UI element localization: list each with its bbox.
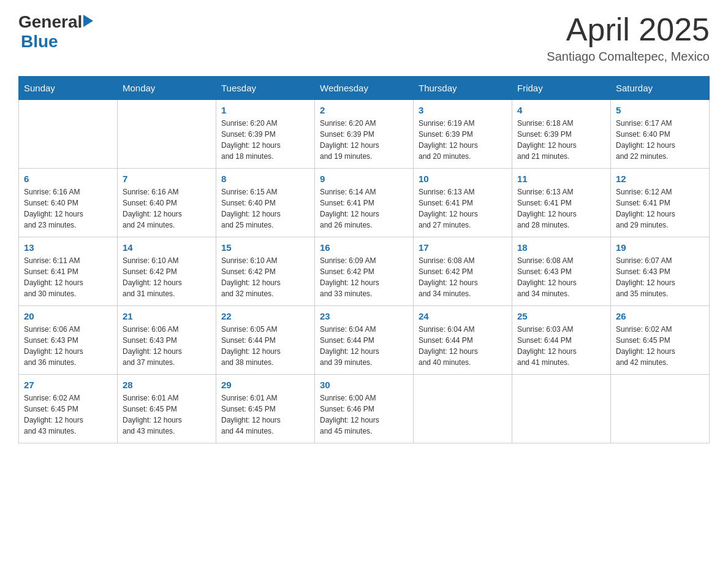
calendar-week-1: 1Sunrise: 6:20 AM Sunset: 6:39 PM Daylig… (19, 100, 710, 169)
calendar-cell: 20Sunrise: 6:06 AM Sunset: 6:43 PM Dayli… (19, 306, 118, 375)
calendar-header-tuesday: Tuesday (216, 77, 315, 100)
calendar-cell (611, 375, 710, 443)
day-number: 14 (123, 242, 211, 253)
day-number: 10 (419, 174, 507, 184)
day-info: Sunrise: 6:02 AM Sunset: 6:45 PM Dayligh… (24, 393, 112, 437)
calendar-cell: 16Sunrise: 6:09 AM Sunset: 6:42 PM Dayli… (315, 237, 414, 306)
day-info: Sunrise: 6:19 AM Sunset: 6:39 PM Dayligh… (419, 118, 507, 162)
calendar-header-thursday: Thursday (414, 77, 512, 100)
day-info: Sunrise: 6:06 AM Sunset: 6:43 PM Dayligh… (24, 324, 112, 368)
calendar-cell: 10Sunrise: 6:13 AM Sunset: 6:41 PM Dayli… (414, 169, 512, 237)
day-info: Sunrise: 6:00 AM Sunset: 6:46 PM Dayligh… (320, 393, 408, 437)
calendar-table: SundayMondayTuesdayWednesdayThursdayFrid… (18, 76, 710, 443)
day-number: 19 (616, 242, 704, 253)
calendar-header-friday: Friday (512, 77, 611, 100)
day-number: 20 (24, 311, 112, 321)
calendar-cell: 1Sunrise: 6:20 AM Sunset: 6:39 PM Daylig… (216, 100, 315, 169)
day-number: 28 (123, 380, 211, 390)
day-number: 5 (616, 105, 704, 115)
day-info: Sunrise: 6:20 AM Sunset: 6:39 PM Dayligh… (320, 118, 408, 162)
day-info: Sunrise: 6:20 AM Sunset: 6:39 PM Dayligh… (221, 118, 309, 162)
day-info: Sunrise: 6:09 AM Sunset: 6:42 PM Dayligh… (320, 255, 408, 299)
calendar-cell: 29Sunrise: 6:01 AM Sunset: 6:45 PM Dayli… (216, 375, 315, 443)
logo-triangle-icon (83, 15, 93, 27)
month-year-title: April 2025 (547, 12, 710, 47)
calendar-cell: 21Sunrise: 6:06 AM Sunset: 6:43 PM Dayli… (118, 306, 216, 375)
calendar-header-sunday: Sunday (19, 77, 118, 100)
day-info: Sunrise: 6:10 AM Sunset: 6:42 PM Dayligh… (123, 255, 211, 299)
day-number: 7 (123, 174, 211, 184)
day-number: 21 (123, 311, 211, 321)
calendar-cell: 8Sunrise: 6:15 AM Sunset: 6:40 PM Daylig… (216, 169, 315, 237)
calendar-cell: 26Sunrise: 6:02 AM Sunset: 6:45 PM Dayli… (611, 306, 710, 375)
day-info: Sunrise: 6:18 AM Sunset: 6:39 PM Dayligh… (517, 118, 605, 162)
day-number: 26 (616, 311, 704, 321)
day-info: Sunrise: 6:08 AM Sunset: 6:43 PM Dayligh… (517, 255, 605, 299)
day-number: 17 (419, 242, 507, 253)
day-number: 3 (419, 105, 507, 115)
calendar-cell: 28Sunrise: 6:01 AM Sunset: 6:45 PM Dayli… (118, 375, 216, 443)
day-number: 27 (24, 380, 112, 390)
day-info: Sunrise: 6:11 AM Sunset: 6:41 PM Dayligh… (24, 255, 112, 299)
day-info: Sunrise: 6:03 AM Sunset: 6:44 PM Dayligh… (517, 324, 605, 368)
day-number: 15 (221, 242, 309, 253)
calendar-header-row: SundayMondayTuesdayWednesdayThursdayFrid… (19, 77, 710, 100)
calendar-cell: 18Sunrise: 6:08 AM Sunset: 6:43 PM Dayli… (512, 237, 611, 306)
day-number: 11 (517, 174, 605, 184)
day-number: 25 (517, 311, 605, 321)
day-info: Sunrise: 6:04 AM Sunset: 6:44 PM Dayligh… (320, 324, 408, 368)
day-number: 22 (221, 311, 309, 321)
calendar-cell: 15Sunrise: 6:10 AM Sunset: 6:42 PM Dayli… (216, 237, 315, 306)
day-number: 9 (320, 174, 408, 184)
day-number: 30 (320, 380, 408, 390)
calendar-week-4: 20Sunrise: 6:06 AM Sunset: 6:43 PM Dayli… (19, 306, 710, 375)
calendar-cell: 4Sunrise: 6:18 AM Sunset: 6:39 PM Daylig… (512, 100, 611, 169)
calendar-week-3: 13Sunrise: 6:11 AM Sunset: 6:41 PM Dayli… (19, 237, 710, 306)
calendar-cell: 23Sunrise: 6:04 AM Sunset: 6:44 PM Dayli… (315, 306, 414, 375)
day-number: 12 (616, 174, 704, 184)
calendar-cell: 12Sunrise: 6:12 AM Sunset: 6:41 PM Dayli… (611, 169, 710, 237)
day-number: 13 (24, 242, 112, 253)
day-number: 8 (221, 174, 309, 184)
calendar-cell: 25Sunrise: 6:03 AM Sunset: 6:44 PM Dayli… (512, 306, 611, 375)
day-info: Sunrise: 6:07 AM Sunset: 6:43 PM Dayligh… (616, 255, 704, 299)
calendar-week-5: 27Sunrise: 6:02 AM Sunset: 6:45 PM Dayli… (19, 375, 710, 443)
day-info: Sunrise: 6:13 AM Sunset: 6:41 PM Dayligh… (419, 186, 507, 231)
day-number: 18 (517, 242, 605, 253)
calendar-cell: 7Sunrise: 6:16 AM Sunset: 6:40 PM Daylig… (118, 169, 216, 237)
calendar-cell (512, 375, 611, 443)
calendar-cell: 11Sunrise: 6:13 AM Sunset: 6:41 PM Dayli… (512, 169, 611, 237)
day-info: Sunrise: 6:01 AM Sunset: 6:45 PM Dayligh… (221, 393, 309, 437)
calendar-cell: 14Sunrise: 6:10 AM Sunset: 6:42 PM Dayli… (118, 237, 216, 306)
day-number: 6 (24, 174, 112, 184)
day-info: Sunrise: 6:12 AM Sunset: 6:41 PM Dayligh… (616, 186, 704, 231)
day-number: 4 (517, 105, 605, 115)
calendar-cell (414, 375, 512, 443)
calendar-cell: 30Sunrise: 6:00 AM Sunset: 6:46 PM Dayli… (315, 375, 414, 443)
day-info: Sunrise: 6:16 AM Sunset: 6:40 PM Dayligh… (24, 186, 112, 231)
day-number: 24 (419, 311, 507, 321)
calendar-cell: 2Sunrise: 6:20 AM Sunset: 6:39 PM Daylig… (315, 100, 414, 169)
calendar-cell (118, 100, 216, 169)
calendar-cell: 19Sunrise: 6:07 AM Sunset: 6:43 PM Dayli… (611, 237, 710, 306)
day-info: Sunrise: 6:02 AM Sunset: 6:45 PM Dayligh… (616, 324, 704, 368)
calendar-cell: 27Sunrise: 6:02 AM Sunset: 6:45 PM Dayli… (19, 375, 118, 443)
day-info: Sunrise: 6:10 AM Sunset: 6:42 PM Dayligh… (221, 255, 309, 299)
day-info: Sunrise: 6:08 AM Sunset: 6:42 PM Dayligh… (419, 255, 507, 299)
logo: General Blue (18, 12, 93, 52)
day-info: Sunrise: 6:17 AM Sunset: 6:40 PM Dayligh… (616, 118, 704, 162)
page-header: General Blue April 2025 Santiago Comalte… (18, 12, 710, 64)
location-subtitle: Santiago Comaltepec, Mexico (547, 50, 710, 64)
calendar-header-saturday: Saturday (611, 77, 710, 100)
calendar-cell (19, 100, 118, 169)
day-number: 16 (320, 242, 408, 253)
day-info: Sunrise: 6:13 AM Sunset: 6:41 PM Dayligh… (517, 186, 605, 231)
day-info: Sunrise: 6:06 AM Sunset: 6:43 PM Dayligh… (123, 324, 211, 368)
calendar-week-2: 6Sunrise: 6:16 AM Sunset: 6:40 PM Daylig… (19, 169, 710, 237)
day-info: Sunrise: 6:04 AM Sunset: 6:44 PM Dayligh… (419, 324, 507, 368)
day-info: Sunrise: 6:05 AM Sunset: 6:44 PM Dayligh… (221, 324, 309, 368)
calendar-cell: 17Sunrise: 6:08 AM Sunset: 6:42 PM Dayli… (414, 237, 512, 306)
calendar-header-monday: Monday (118, 77, 216, 100)
calendar-cell: 3Sunrise: 6:19 AM Sunset: 6:39 PM Daylig… (414, 100, 512, 169)
day-info: Sunrise: 6:01 AM Sunset: 6:45 PM Dayligh… (123, 393, 211, 437)
